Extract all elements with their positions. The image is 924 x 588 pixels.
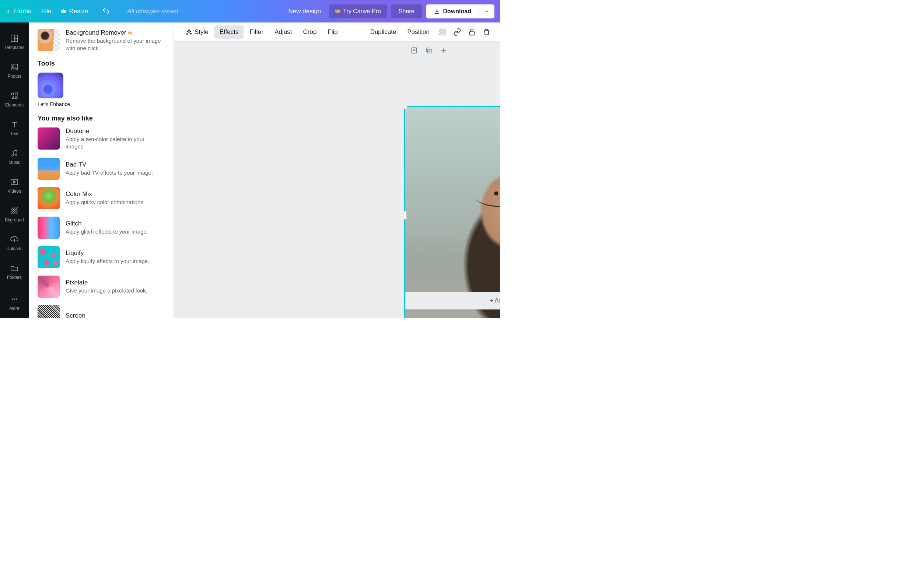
nav-templates[interactable]: Templates	[0, 28, 29, 56]
templates-icon	[10, 34, 19, 43]
colormix-thumb	[38, 187, 60, 209]
main: Templates Photos Elements Text Music Vid…	[0, 23, 500, 318]
pixelate-thumb	[38, 276, 60, 298]
chevron-left-icon	[6, 9, 11, 14]
tools-heading: Tools	[38, 60, 165, 68]
sparkle-icon	[186, 29, 192, 35]
screen-thumb	[38, 305, 60, 318]
home-button[interactable]: Home	[6, 7, 32, 15]
effect-bad-tv[interactable]: Bad TV Apply bad TV effects to your imag…	[38, 158, 165, 180]
transparency-icon	[439, 28, 447, 36]
style-button[interactable]: Style	[180, 25, 214, 39]
elements-icon	[10, 91, 19, 100]
duplicate-page-button[interactable]	[424, 45, 434, 56]
background-icon	[10, 206, 19, 215]
page-tools	[409, 45, 449, 56]
effect-title: Background Remover	[66, 29, 165, 36]
file-menu[interactable]: File	[41, 8, 51, 15]
download-group: Download	[426, 5, 494, 18]
try-canva-pro-button[interactable]: Try Canva Pro	[329, 5, 387, 18]
nav-photos[interactable]: Photos	[0, 56, 29, 85]
share-button[interactable]: Share	[391, 5, 422, 18]
svg-point-8	[15, 154, 17, 155]
effect-glitch[interactable]: Glitch Apply glitch effects to your imag…	[38, 216, 165, 239]
add-page-button[interactable]	[439, 45, 449, 56]
nav-elements[interactable]: Elements	[0, 85, 29, 114]
download-icon	[434, 8, 440, 15]
notes-icon	[411, 47, 418, 54]
save-status: All changes saved	[127, 8, 178, 15]
nav-folders[interactable]: Folders	[0, 258, 29, 286]
nav-background[interactable]: Bkground	[0, 200, 29, 229]
tool-lets-enhance[interactable]: Let's Enhance	[38, 73, 64, 107]
header-left: Home File Resize All changes saved	[6, 7, 178, 16]
adjust-button[interactable]: Adjust	[269, 25, 297, 39]
svg-rect-21	[426, 48, 430, 51]
effect-desc: Remove the background of your image with…	[66, 37, 165, 52]
effect-color-mix[interactable]: Color Mix Apply quirky color combination…	[38, 187, 165, 209]
download-dropdown[interactable]	[479, 5, 494, 18]
svg-point-11	[14, 299, 15, 300]
svg-point-4	[13, 66, 14, 67]
download-button[interactable]: Download	[426, 5, 479, 18]
home-label: Home	[14, 7, 32, 15]
app-header: Home File Resize All changes saved New d…	[0, 0, 500, 23]
photo-content	[405, 107, 500, 318]
bg-remover-thumb	[38, 29, 60, 51]
lock-button[interactable]	[465, 25, 479, 39]
transparency-button[interactable]	[436, 25, 449, 39]
nav-uploads[interactable]: Uploads	[0, 229, 29, 258]
selected-image[interactable]	[404, 106, 500, 318]
svg-point-7	[12, 155, 13, 156]
liquify-thumb	[38, 246, 60, 268]
videos-icon	[10, 178, 19, 187]
new-design-button[interactable]: New design	[284, 8, 325, 15]
canvas-page[interactable]	[405, 56, 500, 273]
nav-videos[interactable]: Videos	[0, 171, 29, 200]
glitch-thumb	[38, 216, 60, 239]
svg-point-12	[16, 299, 17, 300]
resize-menu[interactable]: Resize	[61, 8, 88, 15]
crown-icon	[61, 8, 67, 15]
nav-music[interactable]: Music	[0, 142, 29, 171]
folders-icon	[10, 264, 19, 273]
resize-handle-l[interactable]	[404, 211, 407, 220]
filter-button[interactable]: Filter	[244, 25, 269, 39]
canvas-toolbar: Style Effects Filter Adjust Crop Flip Du…	[174, 23, 500, 41]
add-new-page-bar[interactable]: + Add a new page	[405, 292, 500, 309]
badtv-thumb	[38, 158, 60, 180]
delete-button[interactable]	[480, 25, 494, 39]
uploads-icon	[10, 235, 19, 244]
chevron-down-icon	[484, 9, 489, 14]
link-icon	[453, 28, 461, 36]
more-icon	[10, 295, 19, 304]
canvas-viewport[interactable]: + Add a new page	[174, 41, 500, 318]
header-right: New design Try Canva Pro Share Download	[284, 5, 494, 18]
position-button[interactable]: Position	[402, 25, 435, 39]
undo-button[interactable]	[102, 7, 110, 16]
flip-button[interactable]: Flip	[322, 25, 343, 39]
effect-pixelate[interactable]: Pixelate Give your image a pixelated loo…	[38, 276, 165, 298]
svg-point-10	[12, 299, 13, 300]
nav-more[interactable]: More	[0, 289, 29, 317]
effect-background-remover[interactable]: Background Remover Remove the background…	[38, 29, 165, 52]
also-like-heading: You may also like	[38, 115, 165, 122]
crown-icon	[127, 30, 133, 36]
undo-icon	[102, 7, 110, 15]
notes-button[interactable]	[409, 45, 419, 56]
effect-duotone[interactable]: Duotone Apply a two-color palette to you…	[38, 127, 165, 151]
nav-text[interactable]: Text	[0, 114, 29, 142]
effect-liquify[interactable]: Liquify Apply liquify effects to your im…	[38, 246, 165, 268]
resize-handle-tl[interactable]	[403, 105, 408, 109]
svg-rect-6	[15, 93, 17, 95]
photos-icon	[10, 63, 19, 71]
music-icon	[10, 149, 19, 158]
link-button[interactable]	[450, 25, 464, 39]
sidebar-nav: Templates Photos Elements Text Music Vid…	[0, 23, 29, 318]
canvas-area: Style Effects Filter Adjust Crop Flip Du…	[173, 23, 500, 318]
effect-screen[interactable]: Screen	[38, 305, 165, 318]
svg-point-5	[12, 93, 14, 95]
duplicate-button[interactable]: Duplicate	[365, 25, 402, 39]
crop-button[interactable]: Crop	[298, 25, 322, 39]
effects-button[interactable]: Effects	[214, 25, 244, 39]
